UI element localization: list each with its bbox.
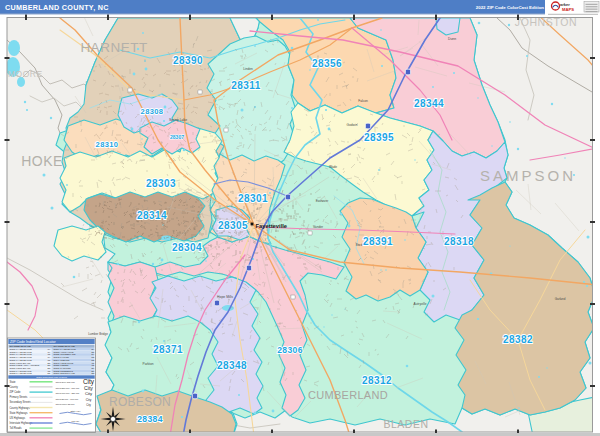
- svg-text:28303 FAYETTEVILLE: 28303 FAYETTEVILLE: [10, 351, 33, 353]
- svg-text:MAPS: MAPS: [562, 7, 574, 12]
- svg-text:28390 SPRING LAKE: 28390 SPRING LAKE: [54, 372, 76, 374]
- svg-text:ZIP CODE ZIP NAME: ZIP CODE ZIP NAME: [54, 345, 76, 347]
- svg-text:Interstate Highways: Interstate Highways: [10, 421, 33, 425]
- svg-text:Garland: Garland: [555, 297, 566, 301]
- svg-text:US Hwy: US Hwy: [72, 420, 81, 422]
- svg-text:28314 FAYETTEVILLE: 28314 FAYETTEVILLE: [54, 348, 77, 350]
- svg-text:28310: 28310: [96, 140, 119, 149]
- svg-text:Falcon: Falcon: [358, 99, 368, 103]
- svg-text:28331 CUMBERLAND: 28331 CUMBERLAND: [54, 353, 76, 355]
- svg-text:28344: 28344: [414, 98, 444, 109]
- svg-text:MOORE: MOORE: [8, 69, 43, 79]
- svg-text:28384: 28384: [137, 414, 163, 424]
- svg-text:City: City: [85, 391, 93, 396]
- svg-text:28318 AUTRYVILLE: 28318 AUTRYVILLE: [54, 351, 74, 353]
- svg-text:28301: 28301: [238, 193, 268, 204]
- svg-text:Secondary Streets: Secondary Streets: [10, 400, 32, 404]
- svg-text:Wade: Wade: [329, 165, 337, 169]
- svg-text:28308: 28308: [141, 107, 164, 116]
- svg-text:28382: 28382: [503, 334, 533, 345]
- svg-text:Godwin: Godwin: [347, 123, 358, 127]
- svg-text:28356: 28356: [312, 58, 342, 69]
- svg-text:28348: 28348: [217, 360, 247, 371]
- svg-text:Eastover: Eastover: [316, 199, 330, 203]
- svg-text:28305: 28305: [218, 220, 248, 231]
- svg-text:Primary Streets: Primary Streets: [10, 395, 29, 399]
- svg-text:ZIP Code Index/Grid Locator: ZIP Code Index/Grid Locator: [10, 340, 56, 344]
- svg-text:28314: 28314: [137, 210, 167, 221]
- svg-text:State Highways: State Highways: [10, 411, 29, 415]
- svg-text:28306: 28306: [277, 345, 303, 355]
- svg-text:28371 PARKTON: 28371 PARKTON: [54, 367, 71, 369]
- svg-text:28306 FAYETTEVILLE: 28306 FAYETTEVILLE: [10, 359, 33, 361]
- svg-text:Linden: Linden: [243, 67, 253, 71]
- svg-text:HARNETT: HARNETT: [80, 40, 147, 55]
- svg-text:Fayetteville: Fayetteville: [256, 223, 288, 229]
- svg-text:ZIP CODE ZIP NAME: ZIP CODE ZIP NAME: [10, 345, 32, 347]
- svg-text:28342 FALCON: 28342 FALCON: [54, 356, 70, 358]
- svg-text:City: City: [86, 398, 92, 402]
- svg-text:City: City: [86, 403, 91, 407]
- svg-text:28356 LINDEN: 28356 LINDEN: [54, 364, 69, 366]
- svg-text:28371: 28371: [153, 344, 183, 355]
- svg-text:28391: 28391: [363, 236, 393, 247]
- svg-text:City: City: [84, 385, 93, 391]
- svg-text:Vander: Vander: [313, 225, 324, 229]
- svg-text:28307 FORT BRAGG: 28307 FORT BRAGG: [10, 362, 31, 364]
- svg-text:County: County: [10, 385, 19, 389]
- svg-text:County Highways: County Highways: [10, 406, 31, 410]
- svg-text:28304: 28304: [172, 242, 202, 253]
- svg-text:28348 HOPE MILLS: 28348 HOPE MILLS: [54, 362, 74, 364]
- svg-text:28308 POPE ARMY AIRFIELD: 28308 POPE ARMY AIRFIELD: [10, 364, 40, 366]
- svg-text:28304 FAYETTEVILLE: 28304 FAYETTEVILLE: [10, 353, 33, 355]
- svg-text:US Highways: US Highways: [10, 416, 26, 420]
- svg-text:28395: 28395: [364, 132, 394, 143]
- svg-text:CUMBERLAND COUNTY, NC: CUMBERLAND COUNTY, NC: [5, 3, 109, 12]
- svg-text:ROBESON: ROBESON: [109, 395, 171, 409]
- svg-text:CUMBERLAND: CUMBERLAND: [308, 389, 388, 401]
- svg-text:28390: 28390: [173, 55, 203, 66]
- svg-text:28301 FAYETTEVILLE: 28301 FAYETTEVILLE: [10, 348, 33, 350]
- svg-text:SAMPSON: SAMPSON: [480, 167, 576, 184]
- svg-text:28311: 28311: [231, 80, 260, 91]
- svg-text:28312 FAYETTEVILLE: 28312 FAYETTEVILLE: [10, 372, 33, 374]
- svg-text:Spring Lake: Spring Lake: [169, 118, 187, 122]
- svg-text:Toll Roads: Toll Roads: [10, 426, 23, 430]
- svg-text:28310 FORT BRAGG: 28310 FORT BRAGG: [10, 367, 31, 369]
- svg-text:28344 GODWIN: 28344 GODWIN: [54, 359, 70, 361]
- svg-text:28303: 28303: [146, 178, 176, 189]
- svg-text:2022 ZIP Code ColorCast Editio: 2022 ZIP Code ColorCast Edition: [476, 5, 545, 10]
- svg-text:28312: 28312: [362, 375, 392, 386]
- svg-text:State: State: [10, 380, 17, 384]
- svg-text:Parkton: Parkton: [143, 362, 154, 366]
- svg-text:ZIP Code: ZIP Code: [10, 390, 21, 394]
- svg-text:28311 FAYETTEVILLE: 28311 FAYETTEVILLE: [10, 370, 33, 372]
- svg-text:28382 ROSEBORO: 28382 ROSEBORO: [54, 370, 74, 372]
- svg-text:Dunn: Dunn: [448, 37, 456, 41]
- svg-text:Hope Mills: Hope Mills: [217, 295, 233, 299]
- svg-text:State Hwy: State Hwy: [71, 410, 82, 412]
- svg-text:28318: 28318: [444, 236, 474, 247]
- svg-text:28305 FAYETTEVILLE: 28305 FAYETTEVILLE: [10, 356, 33, 358]
- svg-text:28307: 28307: [170, 134, 184, 140]
- svg-text:HOKE: HOKE: [21, 153, 63, 169]
- svg-text:2022 ColorCast Map Legend: 2022 ColorCast Map Legend: [36, 376, 67, 379]
- svg-text:Autryville: Autryville: [414, 302, 427, 306]
- svg-text:Lumber Bridge: Lumber Bridge: [88, 332, 108, 336]
- svg-text:BLADEN: BLADEN: [383, 418, 428, 430]
